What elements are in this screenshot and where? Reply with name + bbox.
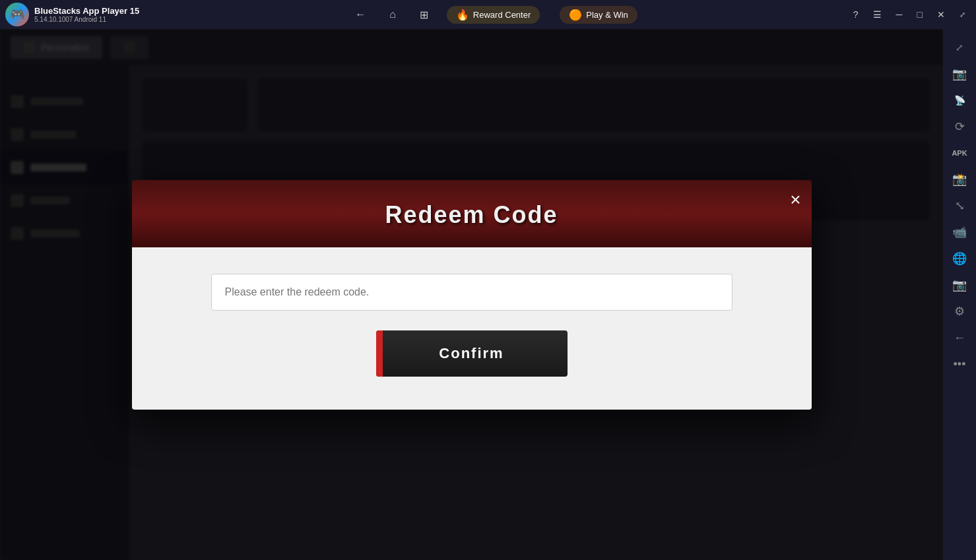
window-controls: ? ☰ ─ □ ✕ ⤢ — [848, 7, 971, 22]
sidebar-apk-icon[interactable]: APK — [948, 141, 971, 165]
confirm-button-label: Confirm — [439, 345, 504, 362]
home-button[interactable]: ⌂ — [384, 6, 401, 23]
modal-body: Confirm — [132, 247, 812, 410]
reward-center-label: Reward Center — [473, 10, 531, 20]
play-and-win-label: Play & Win — [586, 10, 628, 20]
sidebar-settings-icon[interactable]: ⚙ — [948, 299, 971, 323]
sidebar-screenshot-icon[interactable]: 📷 — [948, 62, 971, 86]
sidebar-camera-icon[interactable]: 📡 — [948, 88, 971, 112]
app-info: BlueStacks App Player 15 5.14.10.1007 An… — [34, 6, 139, 23]
close-button[interactable]: ✕ — [932, 7, 950, 22]
redeem-code-modal: × Redeem Code Confirm — [132, 180, 812, 410]
sidebar-photo-icon[interactable]: 📸 — [948, 168, 971, 191]
modal-title: Redeem Code — [145, 201, 798, 229]
expand-button[interactable]: ⤢ — [954, 8, 971, 22]
sidebar-back-icon[interactable]: ← — [948, 326, 971, 350]
modal-overlay: × Redeem Code Confirm — [0, 29, 943, 560]
redeem-code-input[interactable] — [211, 274, 732, 311]
sidebar-record-icon[interactable]: 📹 — [948, 220, 971, 244]
play-and-win-button[interactable]: 🟠 Play & Win — [560, 6, 637, 24]
menu-button[interactable]: ☰ — [868, 7, 887, 22]
title-bar-center: ← ⌂ ⊞ 🔥 Reward Center 🟠 Play & Win — [139, 6, 848, 24]
sidebar-refresh-icon[interactable]: ⟳ — [948, 115, 971, 139]
sidebar-expand-icon[interactable]: ⤢ — [948, 36, 971, 59]
right-sidebar: ⤢ 📷 📡 ⟳ APK 📸 ⤡ 📹 🌐 📷 ⚙ ← ••• — [943, 29, 976, 560]
modal-header: × Redeem Code — [132, 180, 812, 247]
reward-icon: 🔥 — [456, 9, 469, 21]
app-name: BlueStacks App Player 15 — [34, 6, 139, 16]
playnwin-icon: 🟠 — [569, 9, 582, 21]
sidebar-globe-icon[interactable]: 🌐 — [948, 247, 971, 270]
app-version: 5.14.10.1007 Android 11 — [34, 16, 139, 23]
sidebar-resize-icon[interactable]: ⤡ — [948, 194, 971, 218]
title-bar: 🎮 BlueStacks App Player 15 5.14.10.1007 … — [0, 0, 976, 29]
reward-center-button[interactable]: 🔥 Reward Center — [447, 6, 540, 24]
confirm-button-accent — [376, 330, 383, 377]
help-button[interactable]: ? — [848, 7, 864, 22]
modal-close-button[interactable]: × — [790, 191, 800, 209]
sidebar-camera2-icon[interactable]: 📷 — [948, 273, 971, 297]
maximize-button[interactable]: □ — [912, 7, 928, 22]
sidebar-more-icon[interactable]: ••• — [948, 352, 971, 376]
back-button[interactable]: ← — [350, 6, 371, 23]
tabs-button[interactable]: ⊞ — [414, 6, 434, 24]
minimize-button[interactable]: ─ — [891, 7, 908, 22]
app-logo: 🎮 — [5, 3, 29, 26]
confirm-button[interactable]: Confirm — [376, 330, 568, 377]
